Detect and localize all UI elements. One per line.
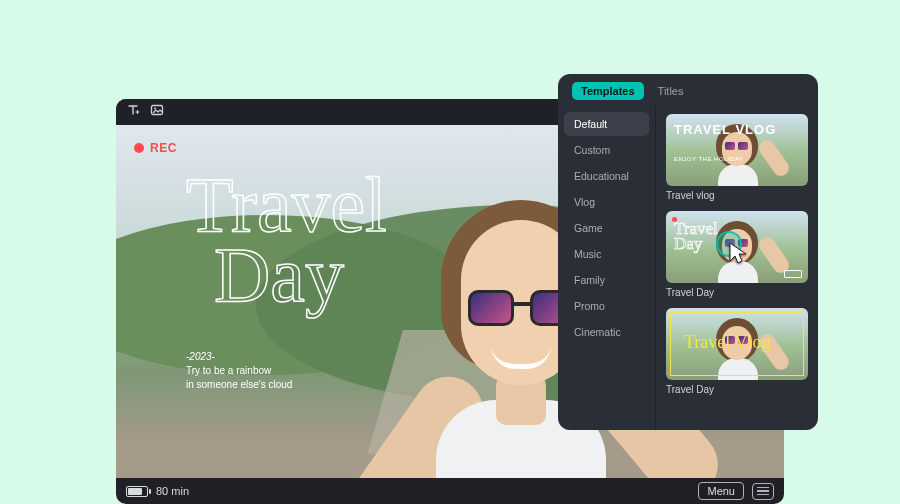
rec-indicator: REC [134, 141, 177, 155]
template-thumbnail: Travel Vlog [666, 308, 808, 380]
preview-bottombar: 80 min Menu [116, 478, 784, 504]
template-overlay-text: TravelDay [674, 221, 718, 252]
subtitle-overlay[interactable]: -2023- Try to be a rainbow in someone el… [186, 350, 292, 392]
template-grid: TRAVEL VLOG ENJOY THE HOLIDAY Travel vlo… [656, 106, 818, 430]
title-overlay[interactable]: Travel Day [186, 170, 387, 310]
template-thumbnail: TravelDay [666, 211, 808, 283]
category-vlog[interactable]: Vlog [564, 190, 649, 214]
template-label: Travel Day [666, 384, 808, 395]
template-label: Travel Day [666, 287, 808, 298]
list-view-button[interactable] [752, 483, 774, 500]
rec-dot-icon [134, 143, 144, 153]
svg-point-1 [154, 108, 156, 110]
template-card[interactable]: TravelDay Travel Day [666, 211, 808, 298]
templates-panel: Templates Titles Default Custom Educatio… [558, 74, 818, 430]
category-list: Default Custom Educational Vlog Game Mus… [558, 106, 656, 430]
panel-tabs: Templates Titles [558, 74, 818, 106]
tab-titles[interactable]: Titles [658, 85, 684, 97]
subtitle-year: -2023- [186, 350, 292, 364]
category-family[interactable]: Family [564, 268, 649, 292]
category-cinematic[interactable]: Cinematic [564, 320, 649, 344]
category-custom[interactable]: Custom [564, 138, 649, 162]
add-text-icon[interactable] [126, 103, 140, 121]
subtitle-line-1: Try to be a rainbow [186, 364, 292, 378]
template-overlay-text: TRAVEL VLOG [674, 122, 776, 137]
svg-rect-0 [152, 106, 163, 115]
tab-templates[interactable]: Templates [572, 82, 644, 100]
category-default[interactable]: Default [564, 112, 649, 136]
battery-icon [126, 486, 148, 497]
template-label: Travel vlog [666, 190, 808, 201]
category-music[interactable]: Music [564, 242, 649, 266]
battery-icon [784, 270, 802, 278]
menu-button[interactable]: Menu [698, 482, 744, 500]
template-thumbnail: TRAVEL VLOG ENJOY THE HOLIDAY [666, 114, 808, 186]
rec-label: REC [150, 141, 177, 155]
category-educational[interactable]: Educational [564, 164, 649, 188]
subtitle-line-2: in someone else's cloud [186, 378, 292, 392]
template-overlay-text: Travel Vlog [684, 332, 771, 353]
category-game[interactable]: Game [564, 216, 649, 240]
title-line-1: Travel [186, 170, 387, 240]
add-media-icon[interactable] [150, 103, 164, 121]
title-line-2: Day [214, 240, 387, 310]
cursor-icon [728, 241, 750, 269]
category-promo[interactable]: Promo [564, 294, 649, 318]
template-card[interactable]: Travel Vlog Travel Day [666, 308, 808, 395]
template-card[interactable]: TRAVEL VLOG ENJOY THE HOLIDAY Travel vlo… [666, 114, 808, 201]
template-overlay-sub: ENJOY THE HOLIDAY [674, 156, 744, 162]
duration-label: 80 min [156, 485, 189, 497]
